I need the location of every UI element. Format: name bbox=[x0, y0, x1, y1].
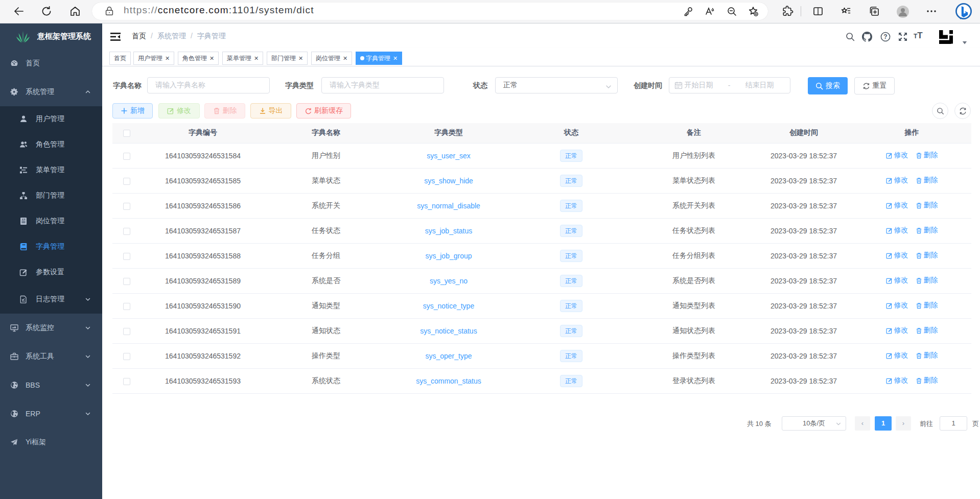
svg-text:?: ? bbox=[883, 33, 887, 40]
